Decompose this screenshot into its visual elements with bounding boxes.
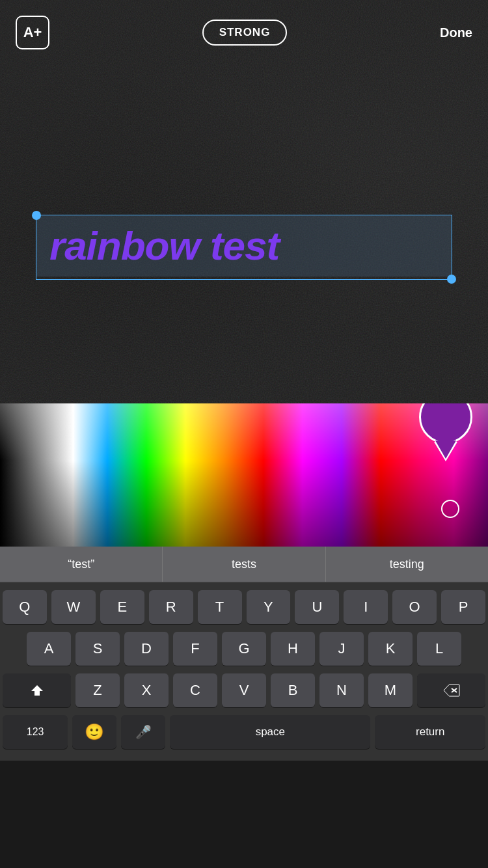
key-n[interactable]: N <box>319 673 364 707</box>
key-o[interactable]: O <box>392 590 437 624</box>
color-picker-indicator[interactable] <box>441 500 459 518</box>
key-e[interactable]: E <box>100 590 144 624</box>
key-r[interactable]: R <box>149 590 193 624</box>
key-y[interactable]: Y <box>247 590 291 624</box>
keyboard-row-3: Z X C V B N M <box>3 673 485 707</box>
key-d[interactable]: D <box>124 632 169 666</box>
text-style-icon: A+ <box>23 24 42 41</box>
key-w[interactable]: W <box>51 590 96 624</box>
key-u[interactable]: U <box>295 590 339 624</box>
microphone-key[interactable]: 🎤 <box>121 715 165 749</box>
spectrum-overlay <box>0 403 488 547</box>
key-c[interactable]: C <box>173 673 217 707</box>
key-q[interactable]: Q <box>3 590 47 624</box>
key-j[interactable]: J <box>319 632 364 666</box>
color-pin <box>416 403 475 468</box>
key-m[interactable]: M <box>368 673 413 707</box>
canvas-area: A+ STRONG Done rainbow test <box>0 0 488 403</box>
selection-handle-bottom-right[interactable] <box>447 275 456 284</box>
key-s[interactable]: S <box>75 632 120 666</box>
key-h[interactable]: H <box>271 632 315 666</box>
keyboard-row-4: 123 🙂 🎤 space return <box>3 715 485 749</box>
canvas-text[interactable]: rainbow test <box>36 215 452 277</box>
key-k[interactable]: K <box>368 632 413 666</box>
autocomplete-item-3[interactable]: testing <box>326 547 488 582</box>
canvas-background <box>0 0 488 403</box>
key-i[interactable]: I <box>344 590 388 624</box>
key-f[interactable]: F <box>173 632 217 666</box>
shift-icon <box>29 683 45 698</box>
key-p[interactable]: P <box>441 590 485 624</box>
shift-key[interactable] <box>3 673 71 707</box>
autocomplete-item-1[interactable]: “test” <box>0 547 163 582</box>
key-x[interactable]: X <box>124 673 169 707</box>
delete-key[interactable] <box>417 673 485 707</box>
key-z[interactable]: Z <box>75 673 120 707</box>
keyboard-row-2: A S D F G H J K L <box>3 632 485 666</box>
autocomplete-item-2[interactable]: tests <box>163 547 325 582</box>
autocomplete-bar: “test” tests testing <box>0 547 488 582</box>
text-selection-box: rainbow test <box>36 215 452 280</box>
return-key[interactable]: return <box>375 715 485 749</box>
color-pin-tail <box>434 442 457 461</box>
key-b[interactable]: B <box>271 673 315 707</box>
color-pin-tail-inner <box>435 441 456 459</box>
selection-handle-top-left[interactable] <box>32 211 41 220</box>
done-button[interactable]: Done <box>440 25 472 40</box>
color-picker-area[interactable] <box>0 403 488 547</box>
strong-button[interactable]: STRONG <box>202 20 288 46</box>
key-v[interactable]: V <box>222 673 266 707</box>
keyboard-row-1: Q W E R T Y U I O P <box>3 590 485 624</box>
delete-icon <box>443 684 460 697</box>
space-key[interactable]: space <box>170 715 370 749</box>
key-l[interactable]: L <box>417 632 461 666</box>
key-g[interactable]: G <box>222 632 266 666</box>
key-a[interactable]: A <box>27 632 71 666</box>
text-style-button[interactable]: A+ <box>16 16 49 49</box>
keyboard: Q W E R T Y U I O P A S D F G H J K L Z … <box>0 582 488 761</box>
emoji-key[interactable]: 🙂 <box>72 715 116 749</box>
numbers-key[interactable]: 123 <box>3 715 68 749</box>
key-t[interactable]: T <box>198 590 242 624</box>
color-pin-circle <box>419 403 472 444</box>
toolbar: A+ STRONG Done <box>0 0 488 52</box>
